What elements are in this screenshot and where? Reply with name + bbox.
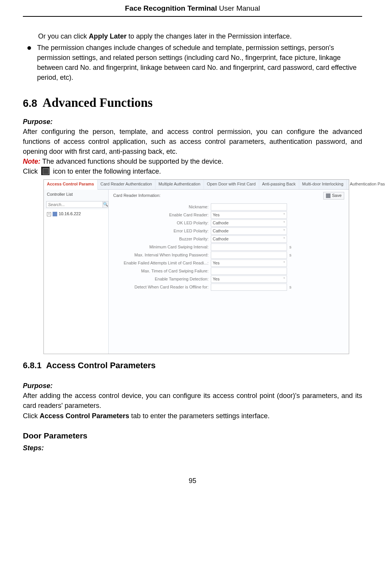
tree-item[interactable]: + 10.16.6.222 <box>47 211 105 217</box>
section-title: Advanced Functions <box>43 96 153 110</box>
form-row: Enable Failed Attempts Limit of Card Rea… <box>112 259 346 267</box>
click-line: Click icon to enter the following interf… <box>23 168 161 175</box>
tab-multiple-auth[interactable]: Multiple Authentication <box>156 180 204 189</box>
form-row: Max. Times of Card Swiping Failure: <box>112 267 346 275</box>
save-icon <box>326 193 330 198</box>
sub-purpose-text: After adding the access control device, … <box>23 391 362 411</box>
sub-click-bold: Access Control Parameters <box>40 412 129 420</box>
search-icon[interactable]: 🔍 <box>103 201 109 208</box>
click-pre: Click <box>23 168 40 175</box>
form-select[interactable]: Yes <box>211 275 287 283</box>
save-button[interactable]: Save <box>323 192 344 200</box>
form-select[interactable]: Cathode <box>211 235 287 243</box>
save-label: Save <box>332 193 342 199</box>
tab-open-door-first-card[interactable]: Open Door with First Card <box>204 180 259 189</box>
intro-pre: Or you can click <box>38 32 89 40</box>
sub-purpose-label: Purpose: <box>23 381 362 391</box>
page-number: 95 <box>23 476 362 486</box>
form-row: Max. Interval When Inputting Password:s <box>112 251 346 259</box>
form-label: Enable Tampering Detection: <box>112 276 211 282</box>
intro-bold: Apply Later <box>89 32 127 40</box>
form-row: Detect When Card Reader is Offline for:s <box>112 284 346 291</box>
intro-para1: Or you can click Apply Later to apply th… <box>38 31 362 41</box>
tab-access-control-params[interactable]: Access Control Params <box>44 180 98 190</box>
tab-multi-door-interlocking[interactable]: Multi-door Interlocking <box>299 180 347 189</box>
subsection-heading: 6.8.1Access Control Parameters <box>23 359 362 372</box>
sub-click-line: Click Access Control Parameters tab to e… <box>23 411 362 421</box>
form-row: Enable Card Reader:Yes <box>112 211 346 219</box>
note-line: Note: The advanced functions should be s… <box>23 156 362 166</box>
embedded-ui: Access Control Params Card Reader Authen… <box>43 179 349 354</box>
unit-label: s <box>289 284 292 290</box>
sub-click-pre: Click <box>23 412 40 420</box>
search-input[interactable] <box>46 201 103 208</box>
form-label: Minimum Card Swiping Interval: <box>112 244 211 250</box>
device-icon <box>53 212 57 216</box>
advanced-icon <box>41 167 50 175</box>
form-select[interactable]: Cathode <box>211 219 287 227</box>
form-label: Nickname: <box>112 204 211 210</box>
form-input[interactable] <box>211 243 287 251</box>
click-post: icon to enter the following interface. <box>51 168 161 175</box>
page-header: Face Recognition Terminal User Manual <box>23 0 362 16</box>
intro-post: to apply the changes later in the Permis… <box>127 32 292 40</box>
purpose-text: After configuring the person, template, … <box>23 127 362 156</box>
form-row: Error LED Polarity:Cathode <box>112 227 346 235</box>
search-box: 🔍 <box>46 201 106 208</box>
purpose-label: Purpose: <box>23 117 362 127</box>
door-parameters-heading: Door Parameters <box>23 430 362 441</box>
intro-bullet-text: The permission changes include changes o… <box>37 43 362 82</box>
note-text: The advanced functions should be support… <box>40 158 223 165</box>
steps-label: Steps: <box>23 443 362 453</box>
intro-bullet-row: ● The permission changes include changes… <box>23 43 362 82</box>
form-label: Error LED Polarity: <box>112 228 211 234</box>
controller-list-header: Controller List <box>44 190 108 200</box>
form-input[interactable] <box>211 267 287 275</box>
subsection-num: 6.8.1 <box>23 361 42 370</box>
header-bold: Face Recognition Terminal <box>125 4 217 12</box>
form-label: Max. Times of Card Swiping Failure: <box>112 268 211 274</box>
form-row: Buzzer Polarity:Cathode <box>112 235 346 243</box>
unit-label: s <box>289 252 292 258</box>
unit-label: s <box>289 244 292 250</box>
header-rest: User Manual <box>217 4 260 12</box>
form-label: Max. Interval When Inputting Password: <box>112 252 211 258</box>
form-label: Buzzer Polarity: <box>112 236 211 242</box>
card-reader-info-panel: Card Reader Information: Save Nickname:E… <box>109 190 349 354</box>
bullet-icon: ● <box>27 43 32 82</box>
form-select[interactable]: Cathode <box>211 227 287 235</box>
form-label: Detect When Card Reader is Offline for: <box>112 284 211 290</box>
form-input[interactable] <box>211 203 287 211</box>
form-row: Nickname: <box>112 203 346 211</box>
form-label: OK LED Polarity: <box>112 220 211 226</box>
form-input[interactable] <box>211 251 287 259</box>
card-reader-info-header: Card Reader Information: <box>113 193 160 199</box>
tree-ip: 10.16.6.222 <box>59 211 81 217</box>
tree-expand-icon[interactable]: + <box>47 212 51 216</box>
tab-card-reader-auth[interactable]: Card Reader Authentication <box>98 180 156 189</box>
form-select[interactable]: Yes <box>211 259 287 267</box>
section-heading: 6.8Advanced Functions <box>23 94 362 112</box>
form-label: Enable Card Reader: <box>112 212 211 218</box>
controller-list-panel: Controller List 🔍 + 10.16.6.222 <box>44 190 109 354</box>
tab-auth-password[interactable]: Authentication Password <box>347 180 385 189</box>
sub-click-post: tab to enter the parameters settings int… <box>129 412 270 420</box>
controller-tree: + 10.16.6.222 <box>44 209 108 354</box>
form-row: Minimum Card Swiping Interval:s <box>112 243 346 251</box>
ui-tabs: Access Control Params Card Reader Authen… <box>44 180 349 190</box>
form-select[interactable]: Yes <box>211 211 287 219</box>
form-row: Enable Tampering Detection:Yes <box>112 275 346 283</box>
header-rule <box>23 16 362 17</box>
section-num: 6.8 <box>23 98 37 109</box>
tab-anti-passing-back[interactable]: Anti-passing Back <box>259 180 299 189</box>
form-label: Enable Failed Attempts Limit of Card Rea… <box>112 260 211 266</box>
note-label: Note: <box>23 158 40 165</box>
form-input[interactable] <box>211 284 287 291</box>
subsection-title: Access Control Parameters <box>46 361 156 370</box>
form-row: OK LED Polarity:Cathode <box>112 219 346 227</box>
